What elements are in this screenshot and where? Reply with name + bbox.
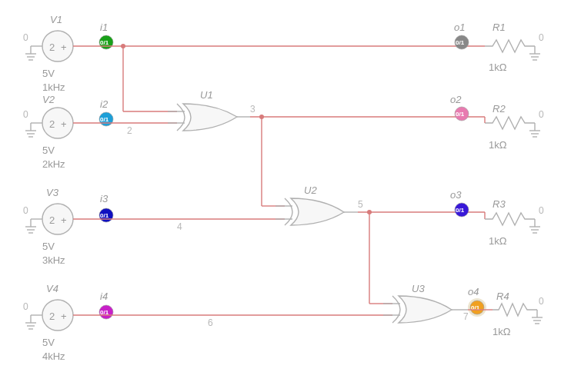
source-v3[interactable]: 2 + V3 5V 3kHz 0: [23, 187, 73, 266]
svg-text:o4: o4: [468, 286, 479, 297]
gate-u1[interactable]: U1: [168, 89, 250, 131]
svg-text:0: 0: [23, 109, 28, 120]
svg-text:2: 2: [49, 311, 55, 322]
resistor-r3[interactable]: R3 1kΩ 0: [485, 198, 544, 247]
resistor-r4[interactable]: R4 1kΩ 0: [493, 291, 544, 337]
svg-text:o3: o3: [450, 189, 462, 201]
svg-text:V2: V2: [42, 94, 55, 105]
svg-text:R1: R1: [493, 22, 506, 33]
svg-text:0: 0: [23, 32, 28, 43]
svg-text:+: +: [61, 214, 67, 226]
svg-text:4: 4: [177, 221, 182, 232]
probe-i2[interactable]: i2 0/1: [99, 98, 113, 126]
svg-point-23: [42, 108, 73, 138]
probe-o1[interactable]: o1 0/1: [454, 22, 469, 49]
svg-text:0: 0: [539, 32, 544, 43]
svg-text:i3: i3: [100, 193, 109, 204]
svg-text:2: 2: [49, 214, 55, 226]
svg-text:0: 0: [539, 205, 544, 216]
svg-point-93: [42, 300, 73, 331]
svg-text:+: +: [61, 42, 67, 53]
svg-text:0/1: 0/1: [100, 116, 109, 123]
svg-text:2: 2: [49, 118, 55, 130]
resistor-r2[interactable]: R2 1kΩ 0: [485, 103, 544, 151]
svg-text:V3: V3: [46, 187, 59, 198]
svg-point-0: [42, 31, 73, 61]
svg-text:0/1: 0/1: [456, 207, 465, 214]
source-voltage-v1: 5V: [42, 68, 55, 79]
svg-text:R4: R4: [496, 291, 509, 302]
svg-text:6: 6: [208, 317, 213, 328]
svg-text:0: 0: [23, 301, 28, 312]
svg-text:5V: 5V: [42, 145, 55, 156]
svg-text:1kΩ: 1kΩ: [489, 235, 507, 247]
svg-text:0/1: 0/1: [100, 212, 109, 219]
svg-text:0/1: 0/1: [456, 111, 465, 118]
svg-text:3kHz: 3kHz: [42, 254, 65, 266]
schematic-canvas[interactable]: 2 + V1 5V 1kHz 0 i1 0/1 o1 0/1 R1 1kΩ 0: [0, 0, 581, 392]
svg-text:1kΩ: 1kΩ: [489, 61, 507, 73]
svg-text:U3: U3: [412, 283, 425, 294]
source-v1[interactable]: 2 + V1 5V 1kHz 0: [23, 14, 73, 93]
svg-text:o1: o1: [454, 22, 465, 33]
svg-text:i4: i4: [100, 291, 108, 302]
source-name-v1: V1: [50, 14, 62, 25]
svg-text:+: +: [61, 311, 67, 322]
svg-text:R3: R3: [493, 198, 506, 210]
source-v4[interactable]: 2 + V4 5V 4kHz 0: [23, 283, 73, 362]
svg-text:0/1: 0/1: [100, 39, 109, 46]
gate-u3[interactable]: U3: [383, 283, 468, 323]
source-freq-v1: 1kHz: [42, 81, 65, 93]
svg-text:V4: V4: [46, 283, 58, 294]
probe-i1[interactable]: i1 0/1: [99, 22, 113, 49]
svg-text:0: 0: [539, 109, 544, 120]
svg-text:5: 5: [358, 199, 363, 210]
svg-text:5V: 5V: [42, 241, 55, 252]
svg-text:3: 3: [250, 104, 255, 115]
svg-text:i2: i2: [100, 98, 109, 110]
svg-text:0: 0: [539, 296, 544, 307]
probe-i3[interactable]: i3 0/1: [99, 193, 113, 222]
svg-text:o2: o2: [450, 94, 462, 105]
svg-text:U1: U1: [200, 89, 213, 101]
svg-text:R2: R2: [493, 103, 506, 115]
svg-point-58: [42, 204, 73, 234]
svg-text:0/1: 0/1: [456, 39, 465, 46]
svg-text:2kHz: 2kHz: [42, 158, 65, 170]
svg-text:+: +: [61, 118, 67, 130]
svg-text:2: 2: [127, 125, 132, 136]
svg-text:1kΩ: 1kΩ: [493, 326, 511, 337]
svg-text:0: 0: [23, 205, 28, 216]
resistor-r1[interactable]: R1 1kΩ 0: [485, 22, 544, 73]
svg-text:5V: 5V: [42, 337, 55, 348]
svg-text:7: 7: [463, 311, 469, 322]
svg-text:1kΩ: 1kΩ: [489, 139, 507, 151]
source-v2[interactable]: 2 + V2 5V 2kHz 0: [23, 94, 73, 170]
svg-text:i1: i1: [100, 22, 108, 33]
probe-o4[interactable]: o4 0/1: [468, 286, 486, 317]
source-inner-v1: 2: [49, 42, 55, 53]
gate-u2[interactable]: U2: [275, 184, 358, 225]
svg-text:U2: U2: [304, 184, 317, 196]
svg-text:4kHz: 4kHz: [42, 350, 65, 362]
